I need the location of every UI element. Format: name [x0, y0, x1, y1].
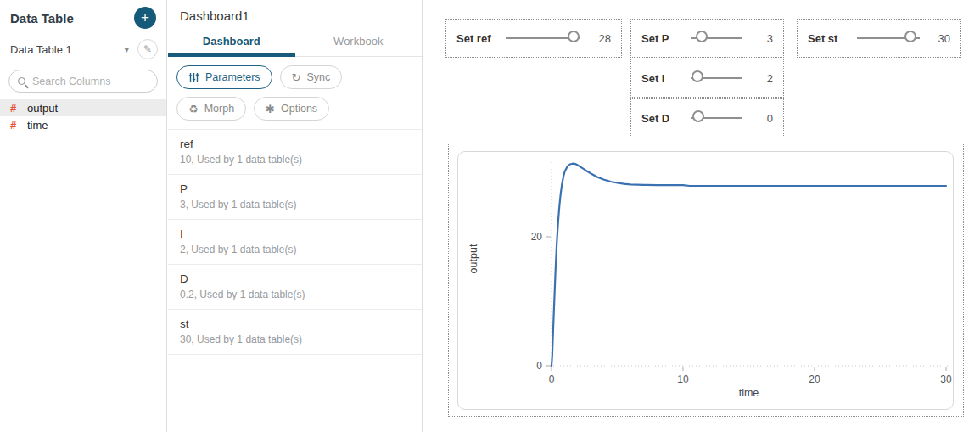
slider-label: Set ref	[456, 32, 501, 45]
parameter-detail: 2, Used by 1 data table(s)	[180, 244, 410, 255]
slider-track[interactable]	[691, 37, 742, 39]
slider-value: 3	[754, 32, 773, 45]
tab-dashboard[interactable]: Dashboard	[168, 30, 295, 56]
sidebar-title: Data Table	[10, 11, 74, 25]
data-table-selector[interactable]: Data Table 1	[10, 43, 124, 56]
svg-text:output: output	[468, 244, 479, 273]
parameter-name: ref	[180, 137, 410, 150]
search-icon	[18, 77, 25, 85]
slider-track[interactable]	[506, 37, 580, 39]
chevron-down-icon[interactable]: ▾	[124, 44, 129, 55]
line-chart: 0102030020timeoutput	[458, 152, 954, 410]
search-columns-input[interactable]	[32, 76, 143, 87]
slider-value: 30	[932, 32, 950, 45]
parameter-list: ref10, Used by 1 data table(s)P3, Used b…	[168, 129, 422, 355]
parameter-name: D	[180, 272, 410, 285]
parameter-detail: 30, Used by 1 data table(s)	[180, 334, 410, 345]
sync-refresh-icon: ↻	[292, 72, 301, 83]
svg-text:time: time	[739, 387, 759, 399]
slider-set-st: Set st30	[797, 19, 961, 58]
chart-panel: 0102030020timeoutput	[457, 151, 954, 410]
tab-bar: DashboardWorkbook	[168, 30, 422, 57]
parameter-item-I[interactable]: I2, Used by 1 data table(s)	[168, 220, 422, 265]
parameter-item-st[interactable]: st30, Used by 1 data table(s)	[168, 310, 422, 355]
svg-text:0: 0	[536, 360, 542, 372]
add-data-table-button[interactable]: +	[134, 7, 156, 29]
parameter-item-ref[interactable]: ref10, Used by 1 data table(s)	[168, 129, 422, 175]
slider-value: 0	[754, 112, 773, 125]
svg-text:20: 20	[809, 373, 820, 385]
application-window: Data Table + Data Table 1 ▾ ✎ #output#ti…	[0, 0, 980, 432]
column-list: #output#time	[0, 99, 166, 133]
column-item-time[interactable]: #time	[0, 116, 166, 133]
slider-track[interactable]	[691, 117, 742, 119]
morph-recycle-icon: ♻	[188, 104, 199, 115]
slider-track[interactable]	[691, 77, 742, 79]
slider-value: 28	[592, 32, 611, 45]
slider-handle[interactable]	[696, 31, 708, 42]
slider-handle[interactable]	[692, 70, 703, 82]
slider-set-i: Set I2	[630, 59, 784, 98]
search-columns-field[interactable]	[8, 70, 158, 93]
toolbar: Parameters ↻ Sync ♻ Morph ✱ Options	[168, 57, 422, 122]
parameter-detail: 3, Used by 1 data table(s)	[180, 199, 410, 210]
slider-handle[interactable]	[904, 31, 916, 42]
chart-widget[interactable]: 0102030020timeoutput	[448, 143, 964, 417]
morph-button[interactable]: ♻ Morph	[176, 97, 246, 121]
svg-text:30: 30	[940, 373, 952, 385]
dashboard-canvas: Set ref28 Set P3Set I2Set D0 Set st30 01…	[423, 0, 980, 432]
slider-handle[interactable]	[568, 31, 580, 42]
slider-label: Set st	[808, 32, 852, 45]
data-table-sidebar: Data Table + Data Table 1 ▾ ✎ #output#ti…	[0, 0, 167, 432]
parameter-detail: 10, Used by 1 data table(s)	[180, 154, 410, 166]
slider-set-p: Set P3	[630, 19, 784, 58]
column-name: time	[27, 119, 48, 132]
svg-text:0: 0	[549, 373, 555, 385]
edit-pencil-icon[interactable]: ✎	[137, 39, 158, 59]
svg-text:10: 10	[677, 373, 689, 385]
parameters-button[interactable]: Parameters	[176, 65, 272, 89]
numeric-column-icon: #	[10, 119, 27, 132]
column-item-output[interactable]: #output	[0, 99, 166, 116]
slider-track[interactable]	[857, 37, 920, 39]
numeric-column-icon: #	[10, 102, 27, 115]
dashboard-panel: Dashboard1 DashboardWorkbook Parameters …	[168, 0, 423, 432]
slider-label: Set D	[641, 112, 686, 125]
slider-set-ref: Set ref28	[445, 19, 622, 58]
slider-set-d: Set D0	[630, 98, 784, 137]
parameter-detail: 0.2, Used by 1 data table(s)	[180, 289, 410, 300]
sliders-icon	[188, 72, 199, 83]
gear-icon: ✱	[266, 104, 275, 115]
tab-workbook[interactable]: Workbook	[295, 30, 423, 56]
parameter-item-D[interactable]: D0.2, Used by 1 data table(s)	[168, 265, 422, 310]
parameter-name: P	[180, 182, 410, 195]
slider-label: Set P	[641, 32, 686, 45]
slider-value: 2	[754, 72, 773, 85]
slider-handle[interactable]	[692, 110, 704, 122]
svg-text:20: 20	[531, 231, 543, 243]
workbook-title: Dashboard1	[168, 0, 422, 30]
slider-label: Set I	[641, 72, 686, 85]
column-name: output	[27, 102, 58, 115]
parameter-name: st	[180, 317, 410, 330]
options-button[interactable]: ✱ Options	[254, 97, 329, 121]
parameter-item-P[interactable]: P3, Used by 1 data table(s)	[168, 175, 422, 220]
sync-button[interactable]: ↻ Sync	[280, 65, 343, 89]
parameter-name: I	[180, 227, 410, 240]
